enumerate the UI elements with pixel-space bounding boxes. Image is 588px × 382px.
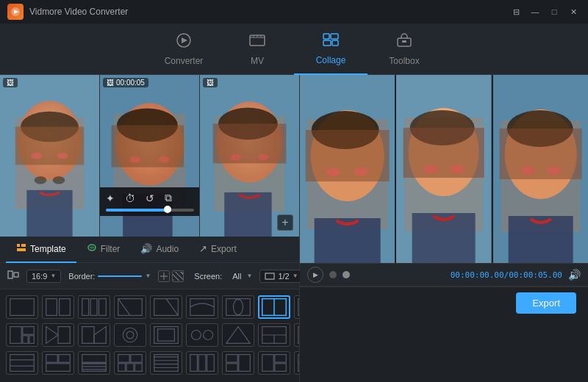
template-3v[interactable] [78, 295, 110, 319]
rotate-icon[interactable]: ↺ [146, 192, 154, 204]
converter-label: Converter [165, 56, 204, 66]
svg-rect-41 [17, 244, 20, 247]
svg-rect-37 [213, 123, 287, 163]
svg-rect-93 [10, 355, 35, 372]
video-thumb-2[interactable]: 🖼 00:00:05 ✦ ⏱ ↺ ⧉ [99, 75, 199, 237]
left-panel: 🖼 [0, 75, 300, 382]
tabs-row: Template Filter 🔊 Audio ↗ Export [0, 237, 299, 263]
screen-arrow[interactable]: ▼ [247, 273, 253, 279]
maximize-btn[interactable]: □ [547, 6, 562, 18]
template-s5[interactable] [150, 351, 182, 375]
svg-rect-19 [15, 127, 84, 165]
menu-btn[interactable]: ⊟ [509, 6, 523, 18]
aspect-value: 16:9 [32, 272, 47, 281]
thumb-img-icon-3: 🖼 [207, 79, 214, 87]
template-r5[interactable] [150, 323, 182, 347]
collage-cell-2[interactable] [396, 75, 491, 263]
svg-rect-12 [332, 40, 338, 46]
bottom-bar: Export [300, 286, 588, 319]
nav-mv[interactable]: MV [220, 24, 294, 75]
template-r7[interactable] [222, 323, 254, 347]
tab-template[interactable]: Template [6, 237, 76, 263]
window-controls: ⊟ — □ ✕ [509, 6, 581, 18]
svg-rect-114 [190, 355, 198, 372]
volume-icon[interactable]: 🔊 [568, 269, 581, 281]
template-s4[interactable] [114, 351, 146, 375]
screen-label: Screen: [194, 272, 222, 281]
ratio-select[interactable]: 1/2 ▼ [259, 270, 303, 283]
collage-col-1 [300, 75, 395, 263]
svg-rect-104 [118, 355, 129, 363]
add-media-btn[interactable]: + [277, 215, 293, 231]
svg-point-39 [231, 154, 242, 160]
template-s6[interactable] [186, 351, 218, 375]
template-r6[interactable] [186, 323, 218, 347]
border-select: Border: ▼ [68, 272, 151, 281]
video-thumb-3[interactable]: 🖼 + [199, 75, 299, 237]
template-wide[interactable] [222, 295, 254, 319]
options-row: 16:9 ▼ Border: ▼ Screen: All ▼ [0, 263, 299, 289]
play-button[interactable]: ▶ [307, 267, 323, 283]
svg-rect-60 [190, 299, 215, 316]
collage-col-2 [395, 75, 491, 263]
playback-bar: ▶ 00:00:00.00/00:00:05.00 🔊 [300, 263, 588, 286]
template-2col-active[interactable] [258, 295, 290, 319]
mv-label: MV [251, 56, 264, 66]
border-arrow[interactable]: ▼ [145, 273, 151, 279]
template-s1[interactable] [6, 351, 38, 375]
template-s8[interactable] [258, 351, 290, 375]
right-panel: ▶ 00:00:00.00/00:00:05.00 🔊 Export [300, 75, 588, 382]
template-3row[interactable] [294, 295, 299, 319]
template-r9[interactable] [294, 323, 299, 347]
tab-filter[interactable]: Filter [76, 237, 131, 263]
template-s2[interactable] [42, 351, 74, 375]
template-2v[interactable] [42, 295, 74, 319]
template-s9[interactable] [294, 351, 299, 375]
template-r2[interactable] [42, 323, 74, 347]
seek-bar[interactable] [106, 209, 194, 212]
template-s3[interactable] [78, 351, 110, 375]
grid-icon-2[interactable] [172, 270, 184, 282]
tab-audio[interactable]: 🔊 Audio [130, 237, 189, 263]
svg-rect-116 [207, 355, 215, 372]
grid-icons [158, 270, 184, 282]
svg-marker-76 [58, 327, 70, 344]
nav-collage[interactable]: Collage [294, 24, 368, 75]
template-r1[interactable] [6, 323, 38, 347]
aspect-select[interactable]: 16:9 ▼ [26, 270, 61, 283]
svg-rect-65 [298, 299, 299, 316]
svg-line-57 [118, 299, 130, 316]
nav-toolbox[interactable]: Toolbox [368, 24, 441, 75]
svg-rect-103 [82, 364, 107, 372]
close-btn[interactable]: ✕ [566, 6, 581, 18]
svg-rect-159 [499, 129, 581, 179]
template-curved[interactable] [186, 295, 218, 319]
clock-icon[interactable]: ⏱ [125, 192, 135, 204]
svg-marker-3 [182, 37, 187, 43]
template-single[interactable] [6, 295, 38, 319]
playback-dot-1[interactable] [329, 271, 337, 278]
thumb-overlay-2: 🖼 00:00:05 [103, 78, 148, 87]
tab-export[interactable]: ↗ Export [189, 237, 247, 263]
template-r8[interactable] [258, 323, 290, 347]
grid-icon-1[interactable] [158, 270, 170, 282]
star-icon[interactable]: ✦ [106, 192, 115, 204]
audio-tab-icon: 🔊 [140, 243, 152, 254]
minimize-btn[interactable]: — [528, 6, 542, 18]
collage-cell-3[interactable] [493, 75, 588, 263]
template-r3[interactable] [78, 323, 110, 347]
svg-rect-45 [8, 271, 12, 278]
export-button[interactable]: Export [516, 292, 576, 314]
video-thumb-1[interactable]: 🖼 [0, 75, 99, 237]
titlebar: Vidmore Video Converter ⊟ — □ ✕ [0, 0, 588, 24]
template-diag-r[interactable] [150, 295, 182, 319]
svg-rect-10 [331, 34, 338, 39]
playback-dot-2[interactable] [343, 271, 350, 278]
template-r4[interactable] [114, 323, 146, 347]
template-s7[interactable] [222, 351, 254, 375]
time-current: 00:00:00.00 [451, 270, 504, 280]
collage-cell-1[interactable] [300, 75, 395, 263]
template-diag-l[interactable] [114, 295, 146, 319]
nav-converter[interactable]: Converter [147, 24, 220, 75]
crop-icon[interactable]: ⧉ [165, 192, 172, 204]
